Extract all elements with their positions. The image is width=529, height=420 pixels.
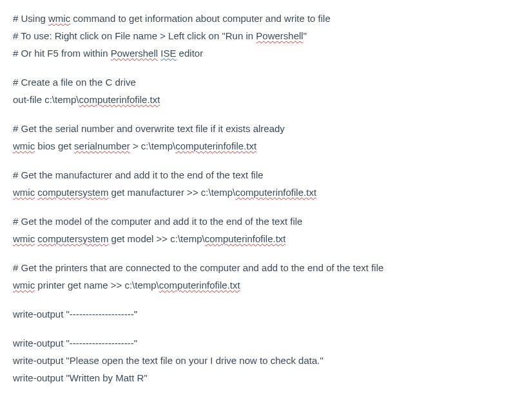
text-segment: # Get the manufacturer and add it to the… bbox=[13, 169, 264, 180]
text-segment: wmic bbox=[48, 13, 70, 24]
text-segment: write-output "--------------------" bbox=[13, 309, 137, 320]
text-segment: # To use: Right click on File name > Lef… bbox=[13, 30, 256, 41]
text-segment: # Get the model of the computer and add … bbox=[13, 216, 302, 227]
text-segment: # Using bbox=[13, 13, 48, 24]
text-segment: serialnumber bbox=[74, 140, 130, 151]
code-line: # Get the manufacturer and add it to the… bbox=[13, 168, 516, 182]
code-line: write-output "--------------------" bbox=[13, 336, 516, 350]
text-segment: Powershell bbox=[111, 48, 158, 59]
blank-line bbox=[13, 249, 516, 261]
code-line: # Or hit F5 from within Powershell ISE e… bbox=[13, 46, 516, 60]
text-segment: ISE bbox=[160, 48, 176, 59]
code-line: wmic bios get serialnumber > c:\temp\com… bbox=[13, 139, 516, 153]
text-segment: computerinfofile.txt bbox=[175, 140, 256, 151]
text-segment: # Create a file on the C drive bbox=[13, 77, 136, 88]
code-line: # Using wmic command to get information … bbox=[13, 12, 516, 25]
text-segment: write-output "--------------------" bbox=[13, 338, 137, 348]
code-line: # Get the printers that are connected to… bbox=[13, 261, 516, 274]
text-segment: write-output "Written by Matt R" bbox=[13, 372, 148, 383]
text-segment: # Or hit F5 from within bbox=[13, 48, 111, 59]
code-line: wmic computersystem get manufacturer >> … bbox=[13, 186, 516, 199]
code-line: out-file c:\temp\computerinfofile.txt bbox=[13, 93, 516, 106]
text-segment: get manufacturer >> c:\temp\ bbox=[108, 187, 235, 198]
text-segment: computerinfofile.txt bbox=[159, 280, 240, 291]
text-segment: computersystem bbox=[37, 187, 108, 198]
text-segment: # Get the serial number and overwrite te… bbox=[13, 123, 285, 134]
blank-line bbox=[13, 157, 516, 168]
text-segment: out-file c:\temp\ bbox=[13, 94, 79, 105]
text-segment: computerinfofile.txt bbox=[235, 187, 316, 198]
code-line: write-output "Written by Matt R" bbox=[13, 371, 516, 385]
text-segment: # Get the printers that are connected to… bbox=[13, 262, 383, 273]
text-segment: wmic bbox=[13, 233, 35, 244]
code-line: write-output "Please open the text file … bbox=[13, 354, 516, 367]
code-line: wmic printer get name >> c:\temp\compute… bbox=[13, 278, 516, 292]
text-segment: wmic bbox=[13, 187, 35, 198]
code-line: # Get the model of the computer and add … bbox=[13, 215, 516, 228]
blank-line bbox=[13, 296, 516, 307]
blank-line bbox=[13, 325, 516, 336]
code-line: # To use: Right click on File name > Lef… bbox=[13, 29, 516, 43]
text-segment: write-output "Please open the text file … bbox=[13, 355, 323, 366]
blank-line bbox=[13, 110, 516, 122]
code-line: write-output "--------------------" bbox=[13, 307, 516, 321]
blank-line bbox=[13, 64, 516, 75]
text-segment: bios get bbox=[35, 140, 74, 151]
text-segment: > c:\temp\ bbox=[130, 140, 175, 151]
text-segment: computerinfofile.txt bbox=[205, 233, 286, 244]
text-segment: computerinfofile.txt bbox=[79, 94, 160, 105]
text-segment: get model >> c:\temp\ bbox=[108, 233, 204, 244]
text-segment: command to get information about compute… bbox=[70, 13, 331, 24]
code-line: # Get the serial number and overwrite te… bbox=[13, 122, 516, 135]
code-line: wmic computersystem get model >> c:\temp… bbox=[13, 232, 516, 245]
text-segment: computersystem bbox=[37, 233, 108, 244]
text-segment: editor bbox=[176, 48, 203, 59]
text-segment: wmic bbox=[13, 140, 35, 151]
text-segment: Powershell bbox=[256, 30, 303, 41]
text-segment: printer get name >> c:\temp\ bbox=[35, 280, 159, 291]
blank-line bbox=[13, 203, 516, 215]
text-segment: " bbox=[303, 30, 307, 41]
document-body: # Using wmic command to get information … bbox=[13, 12, 516, 385]
text-segment: wmic bbox=[13, 280, 35, 291]
code-line: # Create a file on the C drive bbox=[13, 75, 516, 89]
